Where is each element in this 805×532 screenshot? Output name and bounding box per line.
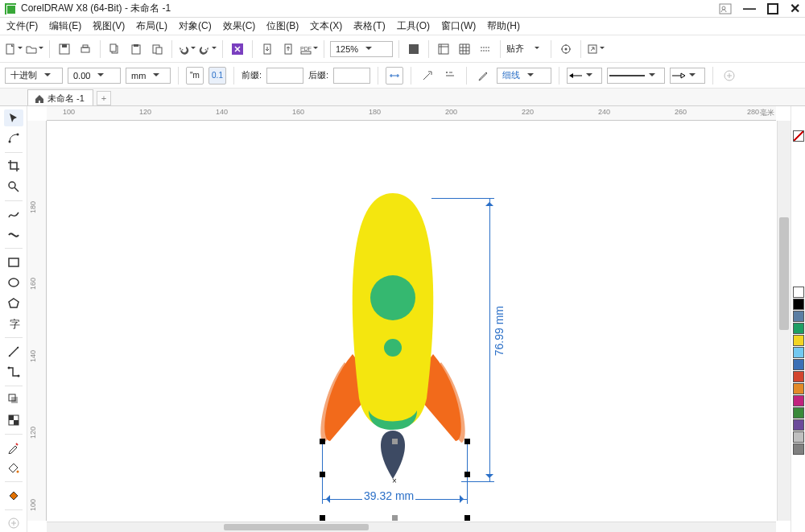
zoom-tool[interactable] [4,178,23,195]
dimension-style-select[interactable]: 十进制 [5,68,63,84]
undo-button[interactable] [178,40,196,58]
outline-width-select[interactable]: 细线 [497,68,551,84]
transparency-tool[interactable] [4,411,23,428]
selection-handle-bc[interactable] [392,515,398,521]
minimize-button[interactable]: — [743,2,756,16]
width-dimension-value[interactable]: 39.32 mm [362,489,415,502]
menu-effects[interactable]: 效果(C) [223,19,256,33]
selection-handle-tr[interactable] [464,439,470,444]
print-button[interactable] [76,40,94,58]
color-swatch[interactable] [793,419,804,431]
color-swatch[interactable] [793,383,804,394]
freehand-tool[interactable] [4,206,23,223]
shape-tool[interactable] [4,130,23,146]
snap-to-dropdown[interactable] [527,40,545,58]
prefix-input[interactable] [266,68,303,84]
connector-tool[interactable] [4,363,23,380]
clipboard-button[interactable] [148,40,166,58]
redo-button[interactable] [199,40,217,58]
color-swatch[interactable] [793,359,804,370]
color-swatch[interactable] [793,311,804,322]
copy-button[interactable] [106,40,124,58]
color-swatch[interactable] [793,299,804,310]
document-tab[interactable]: 未命名 -1 [27,89,93,105]
dimension-unit-select[interactable]: mm [126,68,171,84]
color-swatch[interactable] [793,395,804,406]
height-dimension-line[interactable] [489,198,490,482]
selection-handle-br[interactable] [464,515,470,521]
selection-handle-tl[interactable] [320,439,325,444]
text-position-button[interactable] [441,67,459,85]
publish-pdf-button[interactable]: PDF [300,40,318,58]
dimension-tool[interactable] [4,343,23,360]
pick-tool[interactable] [4,109,23,126]
color-swatch[interactable] [793,407,804,419]
menu-help[interactable]: 帮助(H) [487,19,520,33]
paste-button[interactable] [127,40,145,58]
color-swatch[interactable] [793,443,804,455]
horizontal-scrollbar[interactable] [47,522,776,532]
show-zero-button[interactable]: 0.1 [208,67,226,85]
selection-handle-bl[interactable] [320,515,325,521]
smart-fill-tool[interactable] [4,487,23,504]
plus-button[interactable] [720,67,738,85]
menu-table[interactable]: 表格(T) [353,19,385,33]
color-swatch[interactable] [793,371,804,382]
color-swatch[interactable] [793,347,804,358]
zoom-level-select[interactable]: 125% [330,41,393,57]
color-swatch[interactable] [793,431,804,443]
suffix-input[interactable] [333,68,370,84]
menu-layout[interactable]: 布局(L) [136,19,167,33]
show-rulers-button[interactable] [435,40,452,58]
selection-handle-mr[interactable] [464,472,470,477]
fullscreen-preview-button[interactable] [405,40,423,58]
selection-handle-ml[interactable] [320,472,325,477]
export-button[interactable] [279,40,297,58]
import-button[interactable] [258,40,276,58]
scroll-thumb[interactable] [224,524,369,530]
save-button[interactable] [56,40,73,58]
menu-object[interactable]: 对象(C) [179,19,212,33]
polygon-tool[interactable] [4,295,23,311]
start-arrowhead-select[interactable] [567,68,602,84]
end-arrowhead-select[interactable] [670,68,705,84]
interactive-fill-tool[interactable] [4,460,23,476]
show-grid-button[interactable] [456,40,473,58]
launch-app-button[interactable] [587,40,605,58]
drawing-canvas[interactable]: 39.32 mm 76.99 mm × [47,121,776,521]
height-dimension-value[interactable]: 76.99 mm [493,306,506,356]
show-guides-button[interactable] [477,40,494,58]
open-button[interactable] [26,40,43,58]
swatch-no-fill[interactable] [793,130,804,142]
rectangle-tool[interactable] [4,254,23,270]
options-button[interactable] [557,40,575,58]
menu-view[interactable]: 视图(V) [93,19,125,33]
color-swatch[interactable] [793,287,804,298]
menu-file[interactable]: 文件(F) [6,19,38,33]
show-units-button[interactable]: "m [186,67,204,85]
color-swatch[interactable] [793,335,804,346]
new-document-button[interactable] [5,40,23,58]
maximize-button[interactable] [767,3,778,14]
crop-tool[interactable] [4,158,23,175]
dimension-precision-select[interactable]: 0.00 [68,68,121,84]
text-tool[interactable]: 字 [4,315,23,332]
user-account-icon[interactable] [719,3,732,14]
menu-window[interactable]: 窗口(W) [441,19,476,33]
ellipse-tool[interactable] [4,274,23,291]
eyedropper-tool[interactable] [4,439,23,456]
color-swatch[interactable] [793,323,804,334]
artistic-media-tool[interactable] [4,226,23,243]
extension-line-button[interactable] [419,67,436,85]
new-tab-button[interactable]: + [97,91,111,105]
line-style-select[interactable] [607,68,665,84]
menu-text[interactable]: 文本(X) [310,19,342,33]
horizontal-ruler[interactable]: 100 120 140 160 180 200 220 240 260 280 … [47,106,776,121]
selection-handle-tc[interactable] [392,439,398,444]
close-button[interactable]: ✕ [790,1,800,16]
expand-toolbox-button[interactable] [4,515,23,532]
menu-bitmap[interactable]: 位图(B) [266,19,299,33]
search-content-button[interactable] [229,40,246,58]
vertical-scrollbar[interactable] [777,121,791,521]
scroll-thumb[interactable] [779,217,789,330]
